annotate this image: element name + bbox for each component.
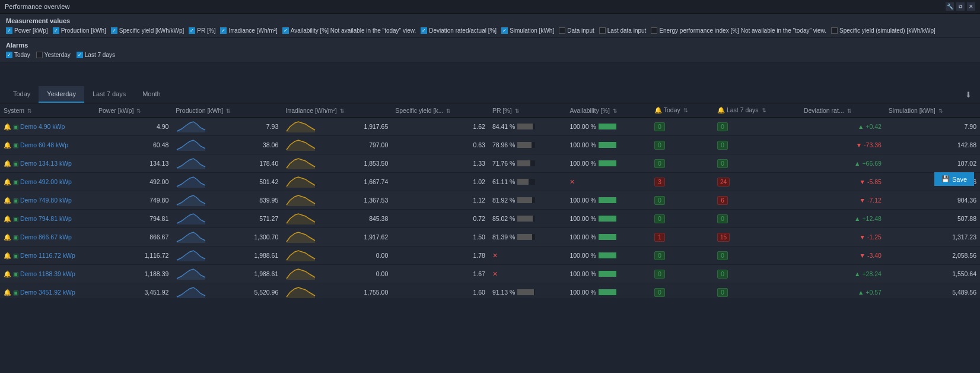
alarm-checkbox-today[interactable]: [6, 52, 12, 58]
alarm-checkbox-item-last7days[interactable]: Last 7 days: [77, 52, 115, 58]
table-row[interactable]: 🔔▣Demo 749.80 kWp749.80 839.95 1,367.531…: [0, 191, 980, 210]
table-row[interactable]: 🔔▣Demo 794.81 kWp794.81 571.27 845.380.7…: [0, 210, 980, 228]
save-button[interactable]: 💾 Save: [934, 172, 974, 186]
checkbox-pr[interactable]: [189, 27, 195, 34]
checkbox-energyPerf[interactable]: [651, 27, 657, 34]
cell-irradiance-value: 1,917.65: [343, 118, 392, 136]
checkbox-power[interactable]: [6, 27, 12, 34]
cell-deviation: ▲ +12.48: [800, 210, 885, 228]
cell-system: 🔔▣Demo 60.48 kWp: [0, 136, 95, 154]
sort-icon-irradiance[interactable]: ⇅: [340, 108, 345, 114]
cell-production-sparkline: [172, 173, 233, 191]
system-name[interactable]: Demo 3451.92 kWp: [20, 289, 75, 296]
system-name[interactable]: Demo 1116.72 kWp: [20, 252, 75, 259]
sort-icon-pr[interactable]: ⇅: [515, 108, 520, 114]
avail-bar-fill: [599, 197, 616, 203]
alarm-checkbox-yesterday[interactable]: [36, 52, 43, 58]
system-name[interactable]: Demo 794.81 kWp: [20, 215, 72, 222]
checkbox-deviation[interactable]: [421, 27, 427, 34]
checkbox-item-dataInput[interactable]: Data input: [559, 27, 594, 34]
checkbox-item-deviation[interactable]: Deviation rated/actual [%]: [421, 27, 497, 34]
table-row[interactable]: 🔔▣Demo 1188.39 kWp1,188.39 1,988.61 0.00…: [0, 265, 980, 283]
sort-icon-availability[interactable]: ⇅: [613, 108, 618, 114]
cell-last7-alarms: 0: [714, 136, 800, 154]
pr-bar-container: 85.02 %: [492, 215, 562, 222]
cell-pr: 81.39 %: [489, 228, 566, 246]
checkbox-specificYield[interactable]: [111, 27, 117, 34]
checkbox-production[interactable]: [53, 27, 59, 34]
checkbox-item-production[interactable]: Production [kWh]: [53, 27, 106, 34]
alarm-checkbox-item-today[interactable]: Today: [6, 52, 30, 58]
checkbox-item-lastDataInput[interactable]: Last data input: [599, 27, 647, 34]
system-name[interactable]: Demo 4.90 kWp: [20, 123, 65, 130]
alarm-checkbox-last7days[interactable]: [77, 52, 83, 58]
table-row[interactable]: 🔔▣Demo 492.00 kWp492.00 501.42 1,667.741…: [0, 173, 980, 191]
checkbox-item-availability[interactable]: Availability [%] Not available in the "t…: [282, 27, 416, 34]
checkbox-item-pr[interactable]: PR [%]: [189, 27, 215, 34]
checkbox-lastDataInput[interactable]: [599, 27, 606, 34]
tab-today[interactable]: Today: [5, 86, 39, 103]
table-row[interactable]: 🔔▣Demo 4.90 kWp4.90 7.93 1,917.651.62 84…: [0, 118, 980, 136]
system-name[interactable]: Demo 749.80 kWp: [20, 197, 72, 204]
sort-icon-deviation[interactable]: ⇅: [847, 108, 852, 114]
checkbox-dataInput[interactable]: [559, 27, 565, 34]
pr-bar-container: 91.13 %: [492, 289, 562, 296]
tab-month[interactable]: Month: [134, 86, 169, 103]
table-row[interactable]: 🔔▣Demo 60.48 kWp60.48 38.06 797.000.63 7…: [0, 136, 980, 154]
system-name[interactable]: Demo 866.67 kWp: [20, 233, 72, 241]
cell-irradiance-value: 1,917.62: [343, 228, 392, 246]
system-name[interactable]: Demo 1188.39 kWp: [20, 270, 75, 277]
sort-icon-production[interactable]: ⇅: [226, 108, 231, 114]
checkbox-item-specificYieldSim[interactable]: Specific yield (simulated) [kWh/kWp]: [831, 27, 936, 34]
checkbox-item-irradiance[interactable]: Irradiance [Wh/m²]: [220, 27, 277, 34]
bell-icon: 🔔: [4, 233, 11, 241]
save-icon: 💾: [941, 175, 950, 183]
sort-icon-specific-yield[interactable]: ⇅: [446, 108, 451, 114]
sort-icon-power[interactable]: ⇅: [136, 108, 141, 114]
restore-button[interactable]: ⧉: [956, 2, 965, 11]
table-row[interactable]: 🔔▣Demo 866.67 kWp866.67 1,300.70 1,917.6…: [0, 228, 980, 246]
cell-pr: ✕: [489, 265, 566, 283]
sort-icon-simulation[interactable]: ⇅: [938, 108, 943, 114]
system-name[interactable]: Demo 60.48 kWp: [20, 141, 68, 148]
deviation-value: -73.36: [864, 141, 882, 148]
checkbox-availability[interactable]: [282, 27, 289, 34]
cell-specific-yield: 1.33: [392, 154, 489, 173]
system-name[interactable]: Demo 134.13 kWp: [20, 160, 72, 167]
table-row[interactable]: 🔔▣Demo 3451.92 kWp3,451.92 5,520.96 1,75…: [0, 283, 980, 299]
avail-bar-bg: [599, 160, 616, 166]
cell-today-alarms: 1: [651, 228, 714, 246]
alarm-checkbox-item-yesterday[interactable]: Yesterday: [36, 52, 71, 58]
tab-last7days[interactable]: Last 7 days: [84, 86, 134, 103]
close-button[interactable]: ✕: [967, 2, 975, 11]
checkbox-simulation[interactable]: [501, 27, 508, 34]
checkbox-item-specificYield[interactable]: Specific yield [kWh/kWp]: [111, 27, 184, 34]
cell-power: 492.00: [95, 173, 172, 191]
pr-bar-container: 71.76 %: [492, 160, 562, 167]
wrench-button[interactable]: 🔧: [946, 2, 954, 11]
cell-irradiance-sparkline: [282, 265, 343, 283]
checkbox-specificYieldSim[interactable]: [831, 27, 838, 34]
system-name[interactable]: Demo 492.00 kWp: [20, 178, 72, 185]
checkbox-item-power[interactable]: Power [kWp]: [6, 27, 48, 34]
table-container[interactable]: System ⇅ Power [kWp] ⇅ Production [kWh] …: [0, 103, 980, 298]
cell-production-sparkline: [172, 283, 233, 299]
checkbox-item-simulation[interactable]: Simulation [kWh]: [501, 27, 554, 34]
sort-icon-last7[interactable]: ⇅: [762, 108, 766, 113]
sort-icon-system[interactable]: ⇅: [27, 108, 32, 114]
avail-bar-container: 100.00 %: [569, 141, 647, 148]
today-alarm-badge: 0: [654, 214, 665, 223]
avail-value: 100.00 %: [569, 197, 596, 204]
pr-bar-fill: [517, 124, 532, 129]
table-row[interactable]: 🔔▣Demo 134.13 kWp134.13 178.40 1,853.501…: [0, 154, 980, 173]
table-row[interactable]: 🔔▣Demo 1116.72 kWp1,116.72 1,988.61 0.00…: [0, 246, 980, 265]
deviation-arrow: ▼: [860, 178, 866, 185]
cell-irradiance-value: 0.00: [343, 246, 392, 265]
download-icon[interactable]: ⬇: [962, 88, 975, 102]
tab-yesterday[interactable]: Yesterday: [39, 86, 84, 103]
sort-icon-today[interactable]: ⇅: [683, 108, 688, 113]
checkbox-item-energyPerf[interactable]: Energy performance index [%] Not availab…: [651, 27, 826, 34]
pr-value: 84.41 %: [492, 123, 516, 130]
cell-availability: 100.00 %: [566, 118, 651, 136]
checkbox-irradiance[interactable]: [220, 27, 227, 34]
